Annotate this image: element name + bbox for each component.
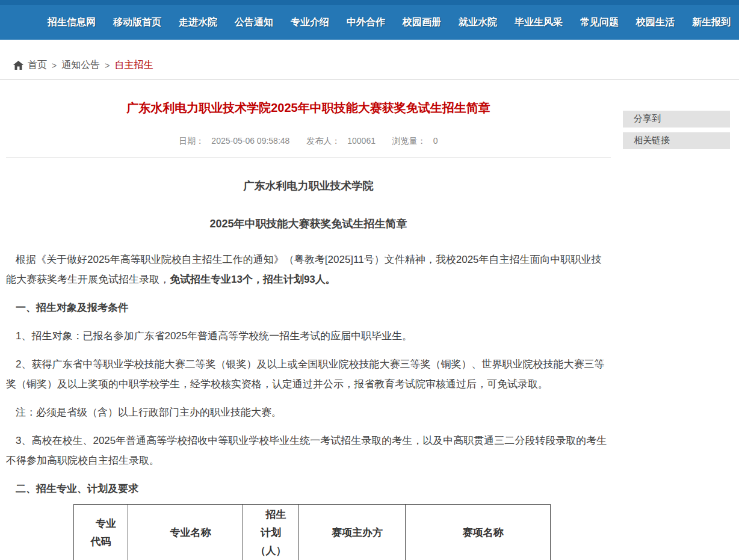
breadcrumb: 首页 > 通知公告 > 自主招生 [0, 40, 739, 79]
admission-plan-table: 专业 代码 专业名称 招生 计划 （人） 赛项主办方 赛项名称 [73, 504, 551, 560]
condition-item-3: 3、高校在校生、2025年普通高等学校招收中等职业学校毕业生统一考试招生录取的考… [6, 431, 611, 470]
article-meta: 日期：2025-05-06 09:58:48 发布人：100061 浏览量：0 [6, 136, 611, 147]
top-nav: 招生信息网 移动版首页 走进水院 公告通知 专业介绍 中外合作 校园画册 就业水… [0, 0, 739, 40]
nav-item-faq[interactable]: 常见问题 [580, 16, 619, 29]
section2-title: 二、招生专业、计划及要求 [6, 479, 611, 499]
table-header-row: 专业 代码 专业名称 招生 计划 （人） 赛项主办方 赛项名称 [74, 505, 551, 560]
nav-item-campus-album[interactable]: 校园画册 [403, 16, 441, 29]
nav-item-announcements[interactable]: 公告通知 [235, 16, 273, 29]
breadcrumb-home[interactable]: 首页 [28, 59, 47, 72]
nav-item-international[interactable]: 中外合作 [347, 16, 385, 29]
nav-item-employment[interactable]: 就业水院 [459, 16, 497, 29]
breadcrumb-separator: > [52, 61, 57, 70]
meta-publisher: 发布人：100061 [303, 136, 379, 146]
nav-item-mobile-home[interactable]: 移动版首页 [113, 16, 161, 29]
article: 广东水利电力职业技术学院2025年中职技能大赛获奖免试生招生简章 日期：2025… [0, 100, 611, 560]
nav-item-campus-life[interactable]: 校园生活 [636, 16, 675, 29]
intro-bold-text: 免试招生专业13个，招生计划93人。 [170, 274, 336, 285]
col-header-major-name: 专业名称 [128, 505, 243, 560]
breadcrumb-separator: > [105, 61, 110, 70]
section1-title: 一、招生对象及报考条件 [6, 298, 611, 318]
home-icon [13, 61, 23, 70]
nav-item-admission-info[interactable]: 招生信息网 [48, 16, 96, 29]
intro-paragraph: 根据《关于做好2025年高等职业院校自主招生工作的通知》（粤教考[2025]11… [6, 250, 611, 289]
nav-item-freshman-checkin[interactable]: 新生报到 [692, 16, 731, 29]
col-header-contest-name: 赛项名称 [406, 505, 551, 560]
page-content: 分享到 相关链接 广东水利电力职业技术学院2025年中职技能大赛获奖免试生招生简… [0, 100, 739, 560]
col-header-major-code: 专业 代码 [74, 505, 128, 560]
nav-item-majors[interactable]: 专业介绍 [291, 16, 329, 29]
share-button[interactable]: 分享到 [623, 111, 730, 128]
col-header-plan-count: 招生 计划 （人） [243, 505, 299, 560]
nav-item-graduates[interactable]: 毕业生风采 [515, 16, 563, 29]
meta-views: 浏览量：0 [389, 136, 442, 146]
meta-date: 日期：2025-05-06 09:58:48 [175, 136, 293, 146]
condition-note: 注：必须是省级（含）以上行政部门主办的职业技能大赛。 [6, 402, 611, 422]
condition-item-2: 2、获得广东省中等职业学校技能大赛二等奖（银奖）及以上或全国职业院校技能大赛三等… [6, 354, 611, 394]
nav-item-about-college[interactable]: 走进水院 [179, 16, 217, 29]
breadcrumb-current-page[interactable]: 自主招生 [114, 59, 153, 72]
related-links-button[interactable]: 相关链接 [623, 132, 730, 149]
doc-heading-college: 广东水利电力职业技术学院 [6, 176, 611, 196]
doc-heading-notice: 2025年中职技能大赛获奖免试生招生简章 [6, 214, 611, 234]
meta-divider [6, 158, 611, 158]
article-title: 广东水利电力职业技术学院2025年中职技能大赛获奖免试生招生简章 [6, 100, 611, 115]
sidebar: 分享到 相关链接 [623, 111, 730, 154]
breadcrumb-announcements[interactable]: 通知公告 [61, 59, 100, 72]
col-header-contest-organizer: 赛项主办方 [299, 505, 406, 560]
condition-item-1: 1、招生对象：已报名参加广东省2025年普通高等学校统一招生考试的应届中职毕业生… [6, 326, 611, 346]
article-body: 广东水利电力职业技术学院 2025年中职技能大赛获奖免试生招生简章 根据《关于做… [6, 176, 611, 560]
